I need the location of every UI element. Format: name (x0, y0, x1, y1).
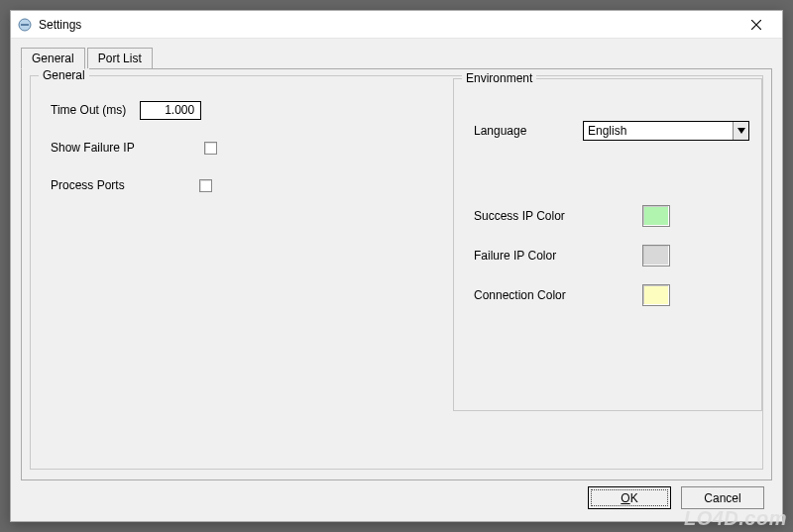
language-value: English (588, 124, 733, 138)
success-ip-color-swatch[interactable] (642, 205, 670, 227)
language-label: Language (474, 124, 583, 138)
cancel-label: Cancel (704, 491, 740, 505)
language-combobox[interactable]: English (583, 121, 749, 141)
svg-marker-4 (737, 128, 745, 134)
language-row: Language English (474, 121, 751, 141)
tab-label: Port List (98, 52, 142, 65)
failure-color-row: Failure IP Color (474, 246, 670, 266)
timeout-label: Time Out (ms) (51, 103, 126, 117)
app-icon (17, 17, 33, 33)
tab-panel-general: General Time Out (ms) Show Failure IP Pr… (21, 68, 772, 480)
general-legend: General (39, 68, 89, 82)
environment-groupbox: Environment Language English Success IP … (453, 78, 762, 411)
failure-ip-color-label: Failure IP Color (474, 249, 642, 263)
process-ports-row: Process Ports (51, 175, 212, 195)
cancel-button[interactable]: Cancel (681, 486, 764, 509)
timeout-row: Time Out (ms) (51, 100, 201, 120)
show-failure-ip-label: Show Failure IP (51, 141, 135, 155)
connection-color-label: Connection Color (474, 288, 642, 302)
titlebar: Settings (11, 11, 782, 39)
failure-ip-color-swatch[interactable] (642, 245, 670, 266)
settings-window: Settings General Port List General Time … (10, 10, 783, 522)
window-title: Settings (39, 18, 736, 32)
general-groupbox: General Time Out (ms) Show Failure IP Pr… (30, 75, 763, 470)
svg-rect-1 (21, 24, 29, 26)
connection-color-swatch[interactable] (642, 284, 670, 306)
tab-label: General (32, 52, 74, 65)
show-failure-ip-checkbox[interactable] (204, 142, 217, 155)
ok-label: OK (621, 491, 637, 505)
tab-port-list[interactable]: Port List (87, 48, 153, 68)
tab-general[interactable]: General (21, 48, 85, 69)
environment-legend: Environment (462, 71, 536, 85)
chevron-down-icon (733, 122, 748, 140)
close-icon (751, 20, 761, 30)
close-button[interactable] (736, 13, 776, 37)
process-ports-label: Process Ports (51, 178, 125, 192)
process-ports-checkbox[interactable] (199, 179, 212, 192)
button-bar: OK Cancel (588, 486, 764, 509)
show-failure-ip-row: Show Failure IP (51, 138, 217, 158)
ok-button[interactable]: OK (588, 486, 671, 509)
timeout-input[interactable] (140, 101, 201, 120)
success-color-row: Success IP Color (474, 206, 670, 226)
success-ip-color-label: Success IP Color (474, 209, 642, 223)
connection-color-row: Connection Color (474, 285, 670, 305)
tab-strip: General Port List (21, 47, 772, 68)
client-area: General Port List General Time Out (ms) … (11, 39, 782, 521)
